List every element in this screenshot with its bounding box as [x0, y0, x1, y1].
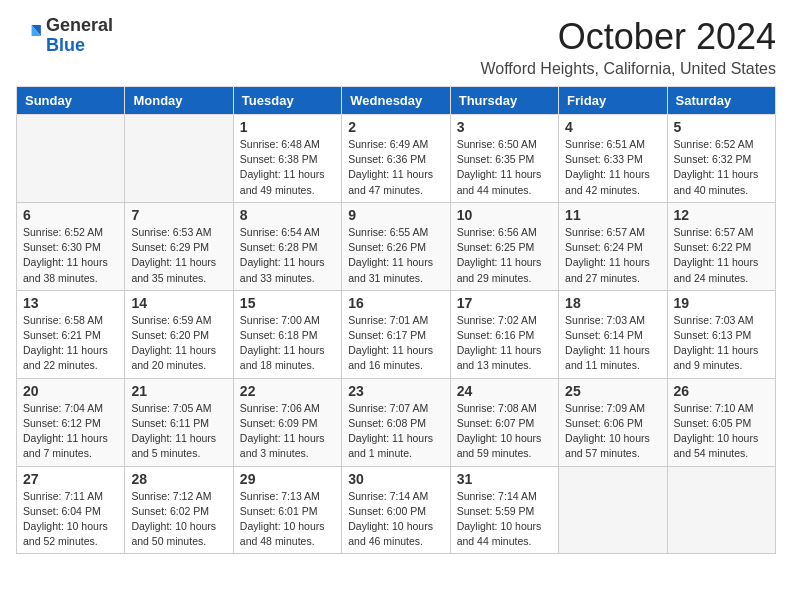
day-info: Sunrise: 6:51 AM Sunset: 6:33 PM Dayligh…: [565, 137, 660, 198]
day-info: Sunrise: 7:05 AM Sunset: 6:11 PM Dayligh…: [131, 401, 226, 462]
calendar-cell: 18Sunrise: 7:03 AM Sunset: 6:14 PM Dayli…: [559, 290, 667, 378]
day-info: Sunrise: 6:58 AM Sunset: 6:21 PM Dayligh…: [23, 313, 118, 374]
day-info: Sunrise: 7:08 AM Sunset: 6:07 PM Dayligh…: [457, 401, 552, 462]
day-header-sunday: Sunday: [17, 87, 125, 115]
title-block: October 2024 Wofford Heights, California…: [480, 16, 776, 78]
calendar-cell: 23Sunrise: 7:07 AM Sunset: 6:08 PM Dayli…: [342, 378, 450, 466]
day-number: 23: [348, 383, 443, 399]
calendar-week-row: 20Sunrise: 7:04 AM Sunset: 6:12 PM Dayli…: [17, 378, 776, 466]
calendar-cell: 22Sunrise: 7:06 AM Sunset: 6:09 PM Dayli…: [233, 378, 341, 466]
day-number: 16: [348, 295, 443, 311]
day-number: 8: [240, 207, 335, 223]
day-number: 26: [674, 383, 769, 399]
day-info: Sunrise: 7:12 AM Sunset: 6:02 PM Dayligh…: [131, 489, 226, 550]
calendar-cell: 11Sunrise: 6:57 AM Sunset: 6:24 PM Dayli…: [559, 202, 667, 290]
day-number: 21: [131, 383, 226, 399]
calendar-cell: 21Sunrise: 7:05 AM Sunset: 6:11 PM Dayli…: [125, 378, 233, 466]
day-header-tuesday: Tuesday: [233, 87, 341, 115]
day-info: Sunrise: 7:14 AM Sunset: 6:00 PM Dayligh…: [348, 489, 443, 550]
day-info: Sunrise: 7:09 AM Sunset: 6:06 PM Dayligh…: [565, 401, 660, 462]
day-info: Sunrise: 6:54 AM Sunset: 6:28 PM Dayligh…: [240, 225, 335, 286]
day-number: 29: [240, 471, 335, 487]
calendar-cell: 14Sunrise: 6:59 AM Sunset: 6:20 PM Dayli…: [125, 290, 233, 378]
logo-general: General: [46, 16, 113, 36]
calendar-week-row: 6Sunrise: 6:52 AM Sunset: 6:30 PM Daylig…: [17, 202, 776, 290]
day-number: 14: [131, 295, 226, 311]
day-number: 7: [131, 207, 226, 223]
day-info: Sunrise: 6:57 AM Sunset: 6:22 PM Dayligh…: [674, 225, 769, 286]
day-header-monday: Monday: [125, 87, 233, 115]
day-number: 12: [674, 207, 769, 223]
day-number: 9: [348, 207, 443, 223]
day-number: 1: [240, 119, 335, 135]
day-info: Sunrise: 7:14 AM Sunset: 5:59 PM Dayligh…: [457, 489, 552, 550]
day-number: 18: [565, 295, 660, 311]
day-info: Sunrise: 7:02 AM Sunset: 6:16 PM Dayligh…: [457, 313, 552, 374]
day-info: Sunrise: 7:11 AM Sunset: 6:04 PM Dayligh…: [23, 489, 118, 550]
day-header-saturday: Saturday: [667, 87, 775, 115]
calendar-cell: 19Sunrise: 7:03 AM Sunset: 6:13 PM Dayli…: [667, 290, 775, 378]
day-info: Sunrise: 6:56 AM Sunset: 6:25 PM Dayligh…: [457, 225, 552, 286]
day-number: 25: [565, 383, 660, 399]
page-header: General Blue October 2024 Wofford Height…: [16, 16, 776, 78]
calendar-cell: 25Sunrise: 7:09 AM Sunset: 6:06 PM Dayli…: [559, 378, 667, 466]
calendar-cell: [17, 115, 125, 203]
calendar-cell: 2Sunrise: 6:49 AM Sunset: 6:36 PM Daylig…: [342, 115, 450, 203]
day-header-friday: Friday: [559, 87, 667, 115]
day-info: Sunrise: 7:04 AM Sunset: 6:12 PM Dayligh…: [23, 401, 118, 462]
calendar-cell: 12Sunrise: 6:57 AM Sunset: 6:22 PM Dayli…: [667, 202, 775, 290]
calendar-cell: 10Sunrise: 6:56 AM Sunset: 6:25 PM Dayli…: [450, 202, 558, 290]
day-header-thursday: Thursday: [450, 87, 558, 115]
day-info: Sunrise: 7:13 AM Sunset: 6:01 PM Dayligh…: [240, 489, 335, 550]
calendar-week-row: 27Sunrise: 7:11 AM Sunset: 6:04 PM Dayli…: [17, 466, 776, 554]
day-number: 5: [674, 119, 769, 135]
day-info: Sunrise: 6:59 AM Sunset: 6:20 PM Dayligh…: [131, 313, 226, 374]
day-info: Sunrise: 7:00 AM Sunset: 6:18 PM Dayligh…: [240, 313, 335, 374]
calendar-cell: 30Sunrise: 7:14 AM Sunset: 6:00 PM Dayli…: [342, 466, 450, 554]
calendar-cell: 6Sunrise: 6:52 AM Sunset: 6:30 PM Daylig…: [17, 202, 125, 290]
logo-text: General Blue: [46, 16, 113, 56]
day-info: Sunrise: 6:52 AM Sunset: 6:32 PM Dayligh…: [674, 137, 769, 198]
calendar-cell: 7Sunrise: 6:53 AM Sunset: 6:29 PM Daylig…: [125, 202, 233, 290]
calendar-cell: [125, 115, 233, 203]
calendar-cell: 27Sunrise: 7:11 AM Sunset: 6:04 PM Dayli…: [17, 466, 125, 554]
calendar-cell: 13Sunrise: 6:58 AM Sunset: 6:21 PM Dayli…: [17, 290, 125, 378]
day-number: 22: [240, 383, 335, 399]
calendar-cell: 28Sunrise: 7:12 AM Sunset: 6:02 PM Dayli…: [125, 466, 233, 554]
day-number: 20: [23, 383, 118, 399]
day-number: 30: [348, 471, 443, 487]
day-number: 31: [457, 471, 552, 487]
day-info: Sunrise: 6:57 AM Sunset: 6:24 PM Dayligh…: [565, 225, 660, 286]
calendar-cell: 8Sunrise: 6:54 AM Sunset: 6:28 PM Daylig…: [233, 202, 341, 290]
day-info: Sunrise: 6:49 AM Sunset: 6:36 PM Dayligh…: [348, 137, 443, 198]
day-info: Sunrise: 7:10 AM Sunset: 6:05 PM Dayligh…: [674, 401, 769, 462]
day-number: 13: [23, 295, 118, 311]
day-number: 24: [457, 383, 552, 399]
calendar-cell: 20Sunrise: 7:04 AM Sunset: 6:12 PM Dayli…: [17, 378, 125, 466]
calendar-header-row: SundayMondayTuesdayWednesdayThursdayFrid…: [17, 87, 776, 115]
calendar-cell: 31Sunrise: 7:14 AM Sunset: 5:59 PM Dayli…: [450, 466, 558, 554]
location: Wofford Heights, California, United Stat…: [480, 60, 776, 78]
calendar-cell: 3Sunrise: 6:50 AM Sunset: 6:35 PM Daylig…: [450, 115, 558, 203]
day-number: 3: [457, 119, 552, 135]
day-info: Sunrise: 7:07 AM Sunset: 6:08 PM Dayligh…: [348, 401, 443, 462]
calendar-cell: 5Sunrise: 6:52 AM Sunset: 6:32 PM Daylig…: [667, 115, 775, 203]
day-number: 11: [565, 207, 660, 223]
day-number: 15: [240, 295, 335, 311]
calendar-cell: 15Sunrise: 7:00 AM Sunset: 6:18 PM Dayli…: [233, 290, 341, 378]
calendar-cell: [667, 466, 775, 554]
day-number: 27: [23, 471, 118, 487]
calendar-cell: 17Sunrise: 7:02 AM Sunset: 6:16 PM Dayli…: [450, 290, 558, 378]
calendar-cell: 1Sunrise: 6:48 AM Sunset: 6:38 PM Daylig…: [233, 115, 341, 203]
calendar-cell: 9Sunrise: 6:55 AM Sunset: 6:26 PM Daylig…: [342, 202, 450, 290]
day-number: 4: [565, 119, 660, 135]
logo-icon: [16, 22, 44, 50]
day-number: 6: [23, 207, 118, 223]
day-info: Sunrise: 6:48 AM Sunset: 6:38 PM Dayligh…: [240, 137, 335, 198]
day-info: Sunrise: 7:03 AM Sunset: 6:14 PM Dayligh…: [565, 313, 660, 374]
day-number: 2: [348, 119, 443, 135]
calendar-week-row: 13Sunrise: 6:58 AM Sunset: 6:21 PM Dayli…: [17, 290, 776, 378]
day-info: Sunrise: 6:50 AM Sunset: 6:35 PM Dayligh…: [457, 137, 552, 198]
day-number: 28: [131, 471, 226, 487]
day-info: Sunrise: 6:53 AM Sunset: 6:29 PM Dayligh…: [131, 225, 226, 286]
